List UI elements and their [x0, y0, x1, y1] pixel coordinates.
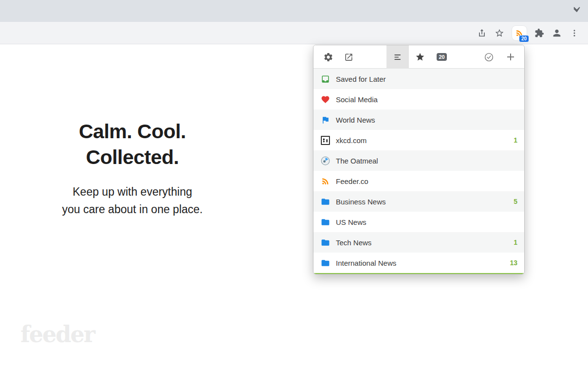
- starred-view-button[interactable]: [409, 45, 431, 69]
- hero-section: Calm. Cool.Collected. Keep up with every…: [28, 119, 237, 218]
- browser-menu-icon[interactable]: [566, 24, 583, 42]
- unread-count-chip: 20: [437, 53, 446, 61]
- feed-list: Saved for Later Social Media World News: [313, 69, 524, 274]
- feed-label: Business News: [336, 198, 514, 206]
- feed-row-saved-for-later[interactable]: Saved for Later: [313, 69, 524, 89]
- folder-icon: [320, 217, 330, 227]
- feed-unread-count: 1: [514, 238, 517, 246]
- page-subtitle: Keep up with everythingyou care about in…: [28, 183, 237, 218]
- popup-toolbar: 20: [313, 45, 524, 69]
- inbox-icon: [320, 74, 330, 84]
- browser-toolbar: 20: [0, 22, 588, 44]
- chevron-down-icon[interactable]: [571, 5, 582, 18]
- feed-row-the-oatmeal[interactable]: The Oatmeal: [313, 150, 524, 171]
- feed-label: Feeder.co: [336, 177, 517, 185]
- mark-all-read-icon[interactable]: [479, 45, 498, 69]
- open-in-new-tab-icon[interactable]: [339, 45, 358, 69]
- view-switcher: 20: [386, 45, 453, 69]
- folder-row-tech-news[interactable]: Tech News 1: [313, 232, 524, 253]
- extensions-puzzle-icon[interactable]: [531, 24, 548, 42]
- feed-label: Social Media: [336, 95, 517, 104]
- flag-icon: [320, 115, 330, 125]
- browser-window: 20 Calm. Cool.Collected. Keep up with ev…: [0, 0, 588, 365]
- rss-icon: [320, 176, 330, 186]
- feed-unread-count: 1: [514, 136, 517, 144]
- feed-row-xkcd[interactable]: xkcd.com 1: [313, 130, 524, 150]
- share-button[interactable]: [473, 24, 491, 42]
- folder-icon: [320, 258, 330, 268]
- feed-label: Saved for Later: [336, 75, 517, 83]
- feed-label: Tech News: [336, 238, 514, 247]
- unread-view-button[interactable]: 20: [431, 45, 453, 69]
- feed-row-social-media[interactable]: Social Media: [313, 89, 524, 110]
- folder-row-business-news[interactable]: Business News 5: [313, 191, 524, 212]
- profile-avatar-icon[interactable]: [548, 24, 566, 42]
- xkcd-favicon: [320, 135, 330, 145]
- add-feed-button[interactable]: [501, 45, 520, 69]
- feeder-extension-icon[interactable]: 20: [512, 26, 527, 40]
- folder-row-us-news[interactable]: US News: [313, 212, 524, 232]
- feed-label: xkcd.com: [336, 136, 514, 145]
- folder-row-international-news[interactable]: International News 13: [313, 253, 524, 273]
- feed-unread-count: 5: [514, 198, 517, 205]
- list-view-button[interactable]: [387, 45, 409, 69]
- feed-row-feeder-co[interactable]: Feeder.co: [313, 171, 524, 191]
- folder-icon: [320, 237, 330, 247]
- heart-icon: [320, 94, 330, 104]
- browser-titlebar: [0, 0, 588, 22]
- oatmeal-favicon: [320, 156, 330, 165]
- bookmark-star-icon[interactable]: [491, 24, 508, 42]
- feeder-extension-popup: 20 Saved for Later S: [313, 45, 525, 274]
- feed-label: The Oatmeal: [336, 157, 517, 165]
- feeder-logo: feeder: [20, 321, 94, 347]
- folder-icon: [320, 197, 330, 206]
- feed-label: US News: [336, 218, 517, 226]
- unread-count-badge: 20: [519, 35, 529, 42]
- feed-label: International News: [336, 259, 510, 267]
- feed-label: World News: [336, 116, 517, 124]
- settings-gear-icon[interactable]: [318, 45, 338, 69]
- page-title: Calm. Cool.Collected.: [28, 119, 237, 170]
- feed-row-world-news[interactable]: World News: [313, 110, 524, 130]
- feed-unread-count: 13: [510, 259, 517, 267]
